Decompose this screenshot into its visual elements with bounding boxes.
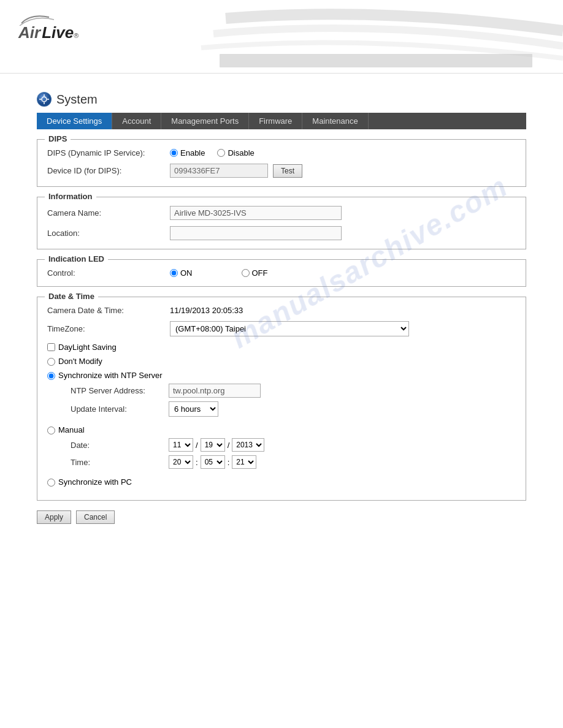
dips-disable-option[interactable]: Disable: [217, 148, 254, 157]
ntp-sub-form: NTP Server Address: Update Interval: 6 h…: [71, 384, 516, 417]
dips-enable-label: Enable: [180, 148, 205, 157]
location-row: Location:: [47, 226, 516, 240]
indication-led-legend: Indication LED: [45, 254, 108, 264]
dips-service-row: DIPS (Dynamic IP Service): Enable Disabl…: [47, 148, 516, 157]
led-on-option[interactable]: ON: [170, 268, 193, 278]
camera-name-value: [170, 206, 342, 220]
location-label: Location:: [47, 229, 170, 238]
manual-label: Manual: [58, 425, 85, 434]
logo-live-text: Live: [42, 23, 74, 42]
sync-ntp-radio[interactable]: [47, 372, 55, 380]
bottom-buttons: Apply Cancel: [37, 510, 526, 524]
camera-name-input[interactable]: [170, 206, 342, 220]
device-id-label: Device ID (for DIPS):: [47, 166, 170, 175]
dont-modify-row: Don't Modify: [47, 357, 516, 366]
main-content: System Device Settings Account Managemen…: [0, 74, 563, 536]
camera-name-row: Camera Name:: [47, 206, 516, 220]
ntp-address-input[interactable]: [169, 384, 261, 398]
test-button[interactable]: Test: [273, 164, 302, 178]
location-input[interactable]: [170, 226, 342, 240]
information-legend: Information: [45, 192, 96, 201]
date-inputs: 11 / 19 / 2013: [169, 438, 264, 452]
daylight-saving-checkbox[interactable]: [47, 343, 55, 351]
tab-maintenance[interactable]: Maintenance: [302, 113, 368, 129]
header: Air Live ®: [0, 0, 563, 74]
dips-enable-option[interactable]: Enable: [170, 148, 205, 157]
led-control-label: Control:: [47, 268, 170, 278]
svg-rect-0: [220, 54, 532, 67]
manual-content: Manual Date: 11 / 19 /: [58, 425, 516, 472]
date-month-select[interactable]: 11: [169, 438, 193, 452]
manual-date-row: Date: 11 / 19 / 2013: [71, 438, 516, 452]
sync-pc-label: Synchronize with PC: [58, 477, 132, 487]
date-year-select[interactable]: 2013: [232, 438, 264, 452]
led-off-option[interactable]: OFF: [242, 268, 268, 278]
dips-legend: DIPS: [45, 134, 71, 143]
device-id-row: Device ID (for DIPS): Test: [47, 164, 516, 178]
tab-firmware[interactable]: Firmware: [249, 113, 302, 129]
camera-datetime-value: 11/19/2013 20:05:33: [170, 306, 243, 315]
manual-date-label: Date:: [71, 441, 169, 450]
time-inputs: 20 : 05 : 21: [169, 455, 256, 469]
datetime-section: Date & Time Camera Date & Time: 11/19/20…: [37, 297, 526, 501]
sync-ntp-label: Synchronize with NTP Server: [58, 371, 163, 380]
daylight-saving-row: DayLight Saving: [47, 343, 516, 352]
header-swoosh-icon: [164, 0, 563, 74]
system-icon: [37, 92, 52, 107]
tab-account[interactable]: Account: [112, 113, 161, 129]
sync-pc-radio[interactable]: [47, 479, 55, 487]
sync-ntp-content: Synchronize with NTP Server NTP Server A…: [58, 371, 516, 420]
daylight-saving-label: DayLight Saving: [58, 343, 117, 352]
cancel-button[interactable]: Cancel: [76, 510, 115, 524]
logo-reg-text: ®: [74, 32, 79, 39]
manual-sub-form: Date: 11 / 19 / 2013: [71, 438, 516, 469]
ntp-address-label: NTP Server Address:: [71, 386, 169, 395]
dips-disable-radio[interactable]: [217, 149, 225, 157]
timezone-row: TimeZone: (GMT+08:00) Taipei: [47, 321, 516, 336]
led-off-label: OFF: [252, 268, 268, 278]
dips-section: DIPS DIPS (Dynamic IP Service): Enable D…: [37, 139, 526, 187]
timezone-value: (GMT+08:00) Taipei: [170, 321, 409, 336]
datetime-legend: Date & Time: [45, 292, 98, 301]
time-sec-select[interactable]: 21: [232, 455, 256, 469]
time-min-select[interactable]: 05: [201, 455, 225, 469]
update-interval-row: Update Interval: 6 hours 1 hour 12 hours…: [71, 401, 516, 417]
led-on-radio[interactable]: [170, 269, 178, 277]
dips-radio-group: Enable Disable: [170, 148, 255, 157]
tab-device-settings[interactable]: Device Settings: [37, 113, 112, 129]
logo-air-text: Air: [18, 23, 40, 42]
information-section: Information Camera Name: Location:: [37, 197, 526, 249]
manual-time-label: Time:: [71, 458, 169, 467]
tab-bar: Device Settings Account Management Ports…: [37, 113, 526, 129]
apply-button[interactable]: Apply: [37, 510, 71, 524]
led-on-label: ON: [180, 268, 193, 278]
dont-modify-radio[interactable]: [47, 358, 55, 366]
indication-led-section: Indication LED Control: ON OFF: [37, 259, 526, 287]
manual-radio[interactable]: [47, 427, 55, 434]
sync-pc-row: Synchronize with PC: [47, 477, 516, 487]
dips-enable-radio[interactable]: [170, 149, 178, 157]
page-title: System: [56, 93, 98, 107]
camera-datetime-label: Camera Date & Time:: [47, 306, 170, 315]
led-radio-group: ON OFF: [170, 268, 268, 278]
timezone-label: TimeZone:: [47, 324, 170, 333]
led-control-row: Control: ON OFF: [47, 268, 516, 278]
manual-time-row: Time: 20 : 05 : 21: [71, 455, 516, 469]
device-id-value-group: Test: [170, 164, 302, 178]
time-hour-select[interactable]: 20: [169, 455, 193, 469]
update-interval-label: Update Interval:: [71, 404, 169, 414]
dont-modify-label: Don't Modify: [58, 357, 102, 366]
tab-management-ports[interactable]: Management Ports: [161, 113, 249, 129]
page-title-row: System: [37, 92, 526, 107]
manual-row: Manual Date: 11 / 19 /: [47, 425, 516, 472]
device-id-input[interactable]: [170, 164, 268, 178]
timezone-select[interactable]: (GMT+08:00) Taipei: [170, 321, 409, 336]
sync-ntp-row: Synchronize with NTP Server NTP Server A…: [47, 371, 516, 420]
dips-disable-label: Disable: [228, 148, 254, 157]
camera-datetime-row: Camera Date & Time: 11/19/2013 20:05:33: [47, 306, 516, 315]
date-day-select[interactable]: 19: [201, 438, 225, 452]
logo-container: Air Live ®: [18, 12, 79, 42]
location-value: [170, 226, 342, 240]
led-off-radio[interactable]: [242, 269, 250, 277]
update-interval-select[interactable]: 6 hours 1 hour 12 hours 24 hours: [169, 401, 218, 417]
